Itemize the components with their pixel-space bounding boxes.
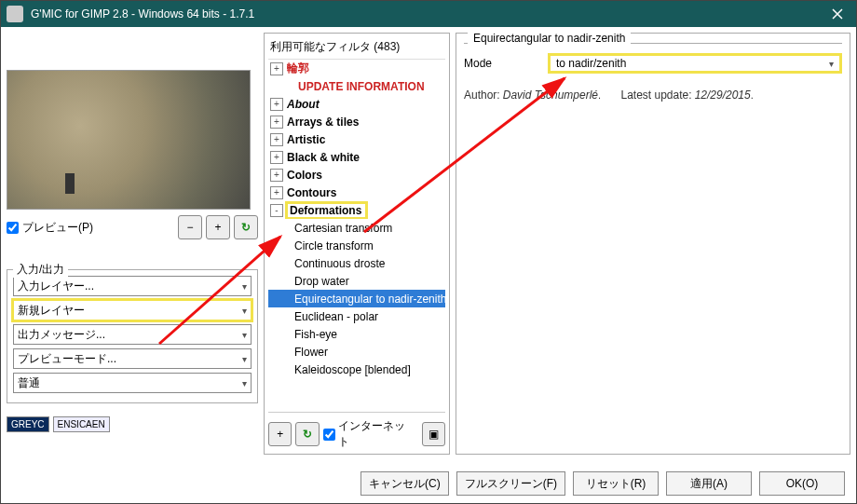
close-icon: [832, 8, 843, 20]
reset-button[interactable]: リセット(R): [573, 471, 659, 496]
app-icon: [7, 6, 23, 22]
tree-item[interactable]: Circle transform: [268, 237, 445, 254]
collapse-icon: ▣: [428, 428, 439, 441]
plus-icon: +: [214, 221, 221, 234]
ok-button[interactable]: OK(O): [759, 471, 845, 496]
plus-icon: +: [277, 428, 283, 441]
chevron-down-icon: ▾: [242, 354, 247, 364]
tree-item[interactable]: Continuous droste: [268, 254, 445, 272]
preview-checkbox-input[interactable]: [7, 222, 19, 234]
output-message-combo[interactable]: 出力メッセージ...▾: [13, 324, 252, 345]
tree-category[interactable]: +About: [268, 95, 445, 113]
tree-item[interactable]: Fish-eye: [268, 325, 445, 343]
refresh-icon: ↻: [303, 428, 312, 441]
filter-title: Equirectangular to nadir-zenith: [468, 32, 631, 45]
output-layer-combo[interactable]: 新規レイヤー▾: [13, 300, 252, 320]
mode-label: Mode: [464, 57, 529, 70]
minus-icon: −: [186, 221, 193, 234]
input-layer-combo[interactable]: 入力レイヤー...▾: [13, 276, 252, 296]
filter-params-pane: Equirectangular to nadir-zenith Mode to …: [456, 33, 850, 455]
preview-checkbox-label: プレビュー(P): [22, 220, 93, 236]
internet-checkbox[interactable]: インターネット: [323, 418, 415, 450]
internet-checkbox-input[interactable]: [323, 429, 335, 441]
tree-category[interactable]: +輪郭: [268, 60, 445, 77]
expand-icon[interactable]: +: [270, 169, 283, 182]
filter-meta: Author: David Tschumperlé. Latest update…: [464, 89, 842, 102]
normal-combo[interactable]: 普通▾: [13, 373, 252, 393]
logo-row: GREYC ENSICAEN: [7, 416, 258, 432]
dialog-buttons: キャンセル(C) フルスクリーン(F) リセット(R) 適用(A) OK(O): [1, 464, 856, 503]
zoom-in-button[interactable]: +: [206, 215, 230, 239]
expand-icon[interactable]: -: [270, 204, 283, 217]
cancel-button[interactable]: キャンセル(C): [360, 471, 449, 496]
chevron-down-icon: ▾: [242, 378, 247, 388]
tree-category[interactable]: +Contours: [268, 184, 445, 201]
expand-icon[interactable]: +: [270, 133, 283, 146]
expand-icon[interactable]: +: [270, 98, 283, 111]
chevron-down-icon: ▾: [242, 330, 247, 340]
tree-item[interactable]: Flower: [268, 343, 445, 361]
chevron-down-icon: ▾: [242, 281, 247, 292]
title-bar: G'MIC for GIMP 2.8 - Windows 64 bits - 1…: [1, 1, 856, 27]
tree-item[interactable]: Equirectangular to nadir-zenith: [268, 290, 445, 307]
tree-category[interactable]: +Artistic: [268, 130, 445, 148]
tree-item[interactable]: UPDATE INFORMATION: [268, 77, 445, 95]
tree-category[interactable]: -Deformations: [268, 201, 445, 219]
tree-item[interactable]: Euclidean - polar: [268, 307, 445, 325]
left-pane: プレビュー(P) − + ↻ 入力/出力 入力レイヤー...▾ 新規レイヤー▾ …: [7, 33, 258, 455]
io-group: 入力/出力 入力レイヤー...▾ 新規レイヤー▾ 出力メッセージ...▾ プレビ…: [7, 269, 258, 403]
apply-button[interactable]: 適用(A): [666, 471, 752, 496]
tree-category[interactable]: +Colors: [268, 166, 445, 184]
logo-greyc: GREYC: [7, 416, 49, 432]
tree-header: 利用可能なフィルタ (483): [268, 37, 445, 59]
add-filter-button[interactable]: +: [268, 422, 292, 446]
fullscreen-button[interactable]: フルスクリーン(F): [456, 471, 565, 496]
tree-category[interactable]: +Arrays & tiles: [268, 113, 445, 130]
filter-tree-pane: 利用可能なフィルタ (483) +輪郭UPDATE INFORMATION+Ab…: [264, 33, 450, 455]
preview-checkbox[interactable]: プレビュー(P): [7, 220, 93, 236]
mode-combo[interactable]: to nadir/zenith ▾: [548, 53, 842, 74]
expand-icon[interactable]: +: [270, 186, 283, 199]
refresh-icon: ↻: [241, 221, 251, 234]
zoom-out-button[interactable]: −: [178, 215, 202, 239]
tree-item[interactable]: Drop water: [268, 272, 445, 290]
tree-item[interactable]: Cartesian transform: [268, 219, 445, 237]
preview-image[interactable]: [7, 70, 251, 210]
refresh-preview-button[interactable]: ↻: [234, 215, 258, 239]
chevron-down-icon: ▾: [242, 306, 247, 316]
refresh-filters-button[interactable]: ↻: [295, 422, 319, 446]
close-button[interactable]: [819, 1, 856, 27]
expand-icon[interactable]: +: [270, 62, 283, 75]
preview-mode-combo[interactable]: プレビューモード...▾: [13, 348, 252, 369]
filter-tree[interactable]: +輪郭UPDATE INFORMATION+About+Arrays & til…: [268, 59, 445, 412]
window-title: G'MIC for GIMP 2.8 - Windows 64 bits - 1…: [31, 7, 254, 20]
expand-icon[interactable]: +: [270, 151, 283, 164]
chevron-down-icon: ▾: [829, 59, 834, 69]
collapse-button[interactable]: ▣: [422, 422, 445, 446]
io-legend: 入力/出力: [13, 262, 68, 278]
expand-icon[interactable]: +: [270, 116, 283, 129]
logo-ensicaen: ENSICAEN: [53, 416, 110, 432]
tree-item[interactable]: Kaleidoscope [blended]: [268, 361, 445, 378]
tree-category[interactable]: +Black & white: [268, 148, 445, 166]
